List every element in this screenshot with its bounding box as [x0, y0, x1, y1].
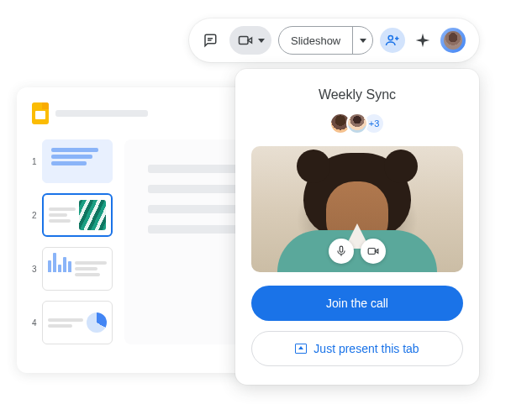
slides-logo-icon	[32, 102, 49, 124]
slideshow-label: Slideshow	[279, 27, 352, 54]
meeting-title: Weekly Sync	[319, 87, 396, 102]
join-call-button[interactable]: Join the call	[251, 286, 463, 321]
comment-icon	[203, 33, 218, 48]
account-avatar[interactable]	[440, 28, 466, 53]
doc-title-placeholder	[55, 110, 148, 117]
svg-rect-2	[240, 37, 249, 45]
svg-point-4	[388, 35, 392, 39]
self-video-preview	[251, 146, 463, 272]
svg-rect-9	[368, 249, 375, 255]
slideshow-button[interactable]: Slideshow	[278, 26, 373, 55]
caret-down-icon	[360, 39, 366, 43]
slide-number: 1	[32, 157, 37, 166]
slide-thumbnails: 1 2 3	[32, 139, 113, 344]
join-call-label: Join the call	[326, 297, 388, 310]
slide-thumb[interactable]: 2	[32, 193, 113, 237]
person-add-icon	[385, 33, 400, 48]
present-tab-button[interactable]: Just present this tab	[251, 331, 463, 366]
caret-down-icon	[258, 39, 265, 43]
slide-number: 3	[32, 265, 37, 274]
present-tab-label: Just present this tab	[313, 342, 419, 355]
share-button[interactable]	[380, 28, 405, 53]
mute-button[interactable]	[329, 239, 354, 264]
svg-rect-7	[340, 246, 343, 252]
slide-number: 2	[32, 211, 37, 220]
meet-video-button[interactable]	[229, 26, 271, 55]
meet-panel: Weekly Sync +3 Join the call Just presen…	[235, 69, 479, 385]
sparkle-icon	[414, 32, 431, 49]
video-icon	[238, 33, 253, 48]
video-icon	[367, 245, 379, 257]
slideshow-dropdown[interactable]	[352, 27, 372, 54]
gemini-button[interactable]	[412, 29, 434, 51]
camera-button[interactable]	[361, 239, 386, 264]
top-toolbar: Slideshow	[189, 18, 479, 62]
comments-button[interactable]	[198, 28, 223, 53]
microphone-icon	[335, 245, 347, 257]
present-icon	[295, 344, 307, 354]
slide-thumb[interactable]: 1	[32, 139, 113, 183]
participant-avatars: +3	[329, 113, 385, 134]
slide-number: 4	[32, 318, 37, 328]
participant-avatar	[346, 113, 368, 134]
slide-thumb[interactable]: 4	[32, 301, 113, 344]
slide-thumb[interactable]: 3	[32, 247, 113, 291]
